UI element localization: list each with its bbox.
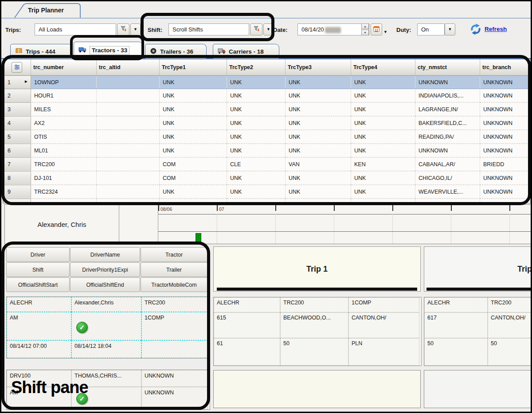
- trip-cell: 61: [214, 338, 280, 366]
- gantt-spacer-cell: [119, 205, 158, 244]
- timeline-tick: [217, 205, 218, 211]
- trip-cell: CANTON,OH/: [348, 312, 419, 338]
- trips-dropdown-button[interactable]: ▼: [130, 23, 141, 35]
- column-header-trctype4[interactable]: TrcType4: [351, 59, 415, 76]
- gantt-activity-bar[interactable]: [196, 233, 201, 244]
- schedule-gantt: Alexander, Chris 08/06 07: [4, 204, 531, 244]
- carrier-truck-icon: [218, 48, 226, 55]
- tab-tractors[interactable]: Tractors - 33: [74, 42, 143, 58]
- trip1-header[interactable]: Trip 1: [213, 246, 421, 292]
- column-options-icon[interactable]: [12, 62, 22, 73]
- column-header-trc-number[interactable]: trc_number: [31, 59, 97, 76]
- trip-cell: 50: [488, 338, 531, 366]
- shift-cell-driver: ALECHR: [7, 297, 71, 312]
- shift-funnel-button[interactable]: [250, 23, 262, 35]
- tab-label: Trailers - 36: [160, 48, 193, 55]
- tab-trips[interactable]: Trips - 444: [10, 44, 73, 58]
- shift-cell-shiftend: 08/14/12 18:04: [71, 340, 141, 358]
- shift-header-shiftstart[interactable]: OfficialShiftStart: [6, 277, 70, 292]
- tab-label: Carriers - 18: [229, 48, 264, 55]
- shift-header-trailer[interactable]: Trailer: [141, 262, 207, 277]
- timeline-gridline: [451, 214, 452, 244]
- trip-cell: TRC200: [280, 297, 348, 312]
- shift-header-mobilecom[interactable]: TractorMobileCom: [141, 277, 207, 292]
- gantt-resource-name[interactable]: Alexander, Chris: [5, 205, 119, 244]
- funnel-icon: [120, 25, 127, 34]
- table-row[interactable]: 1►1OWNOPUNKUNKUNKUNKUNKNOWNUNKNOWN: [4, 76, 531, 89]
- refresh-circular-arrows-icon[interactable]: [469, 23, 482, 37]
- date-field[interactable]: 08/14/20: [297, 23, 369, 35]
- column-header-trc-altid[interactable]: trc_altid: [97, 59, 160, 76]
- shift-filter-label: Shift:: [148, 27, 162, 33]
- refresh-link[interactable]: Refresh: [485, 26, 507, 32]
- timeline-scale: 08/06 07: [158, 205, 531, 214]
- column-header-trctype2[interactable]: TrcType2: [227, 59, 286, 76]
- column-header-trctype3[interactable]: TrcType3: [286, 59, 351, 76]
- shift-cell-trailer: UNKNOWN: [141, 387, 208, 409]
- shift-header-driverpriority[interactable]: DriverPriority1Expi: [70, 262, 140, 277]
- table-row[interactable]: 8DJ-101COMUNKUNKUNKCHICAGO,IL/UNKNOWN: [4, 171, 531, 185]
- gantt-timeline[interactable]: 08/06 07: [158, 205, 531, 244]
- column-header-trc-branch[interactable]: trc_branch: [480, 59, 531, 76]
- arrow-down-icon: ▼: [364, 31, 367, 34]
- trips-funnel-button[interactable]: [117, 23, 129, 35]
- tractor-truck-icon: [78, 47, 86, 54]
- table-row[interactable]: 9TRC2324UNKUNKUNKUNKWEAVERVILLE,...UNKNO…: [4, 185, 531, 199]
- shift-header-drivername[interactable]: DriverName: [70, 247, 140, 262]
- book-icon: [15, 47, 23, 55]
- current-row-marker-icon: ►: [24, 79, 28, 84]
- tire-icon: [150, 47, 157, 56]
- trip-cell: PLN: [348, 338, 419, 366]
- shift-header-driver[interactable]: Driver: [6, 247, 70, 262]
- trip1-empty-slot: [213, 370, 421, 408]
- shift-record-selected[interactable]: ALECHR Alexander,Chris TRC200 AM ✓ 1COMP…: [6, 296, 210, 358]
- trip1-title: Trip 1: [306, 265, 328, 274]
- column-header-trctype1[interactable]: TrcType1: [160, 59, 227, 76]
- shift-record[interactable]: DRV100 THOMAS,CHRIS... UNKNOWN AM ✓ UNKN…: [6, 370, 210, 410]
- duty-value[interactable]: On: [417, 23, 445, 35]
- timeline-gridline: [509, 214, 510, 244]
- table-row[interactable]: 3MILESUNKUNKUNKUNKLAGRANGE,IN/UNKNOWN: [4, 102, 531, 116]
- table-row[interactable]: 5OTISUNKUNKUNKUNKREADING,PA/UNKNOWN: [4, 130, 531, 144]
- trip-cell: 50: [280, 338, 348, 366]
- trip2-title: Trip 2: [517, 265, 531, 274]
- timeline-tick: [275, 205, 276, 211]
- table-row[interactable]: 6ML01UNKUNKUNKUNKUNKNOWNUNKNOWN: [4, 144, 531, 157]
- duty-dropdown-button[interactable]: ▼: [445, 23, 455, 35]
- date-spin-down-button[interactable]: ▼: [361, 30, 369, 35]
- green-check-icon: ✓: [76, 393, 88, 405]
- trip2-separator-bar: [426, 288, 531, 291]
- table-row[interactable]: 2HOUR1UNKUNKUNKUNKINDIANAPOLIS,...UNKNOW…: [4, 89, 531, 103]
- trip2-panel[interactable]: Trip 2 ALECHR TRC200 617 CANTON,OH/ 50 5…: [424, 246, 531, 367]
- timeline-tick: [334, 205, 335, 211]
- svg-text:12: 12: [375, 28, 378, 31]
- shift-dropdown-button[interactable]: ▼: [263, 23, 274, 35]
- shift-cell-trailer: 1COMP: [141, 312, 208, 340]
- table-row[interactable]: 4AX2UNKUNKUNKUNKBAKERSFIELD,C...UNKNOWN: [4, 116, 531, 130]
- tab-carriers[interactable]: Carriers - 18: [213, 44, 279, 58]
- shift-header-shiftend[interactable]: OfficialShiftEnd: [70, 277, 140, 292]
- duty-label: Duty:: [396, 27, 411, 33]
- trip-cell: TRC200: [488, 297, 531, 312]
- trip2-header[interactable]: Trip 2: [424, 246, 531, 292]
- app-tab-trip-planner[interactable]: Trip Planner: [13, 3, 82, 18]
- table-row[interactable]: 7TRC200COMCLEVANKENCABANAL,AR/BRIEDD: [4, 157, 531, 171]
- date-spin-up-button[interactable]: ▲: [361, 23, 369, 29]
- shift-cell-shiftstart: 08/14/12 07:00: [7, 340, 71, 358]
- shift-header-shift[interactable]: Shift: [6, 262, 70, 277]
- trips-filter-value[interactable]: All Loads: [35, 23, 116, 35]
- tab-trailers[interactable]: Trailers - 36: [145, 44, 207, 58]
- date-value: 08/14/20: [301, 26, 324, 33]
- date-dropdown-button[interactable]: ▼: [383, 27, 387, 35]
- date-calendar-button[interactable]: 12: [371, 23, 382, 35]
- trip2-details[interactable]: ALECHR TRC200 617 CANTON,OH/ 50 50: [424, 297, 531, 366]
- shift-filter-value[interactable]: Scroll Shifts: [168, 23, 249, 35]
- timeline-label: 08/06: [160, 206, 172, 212]
- trip1-details[interactable]: ALECHR TRC200 1COMP 615 BEACHWOOD,O... C…: [213, 297, 422, 366]
- trip-planner-window: Trip Planner Trips: All Loads ▼ Shift: S…: [0, 0, 532, 413]
- table-row[interactable]: 10TRCLARUNKUNKVANUNKCINCINNATI,OH/UNKNOW…: [4, 199, 531, 203]
- column-header-cty-nmstct[interactable]: cty_nmstct: [415, 59, 480, 76]
- shift-cell-shift: AM: [7, 387, 71, 409]
- gantt-row-divider: [158, 231, 531, 232]
- shift-header-tractor[interactable]: Tractor: [141, 247, 207, 262]
